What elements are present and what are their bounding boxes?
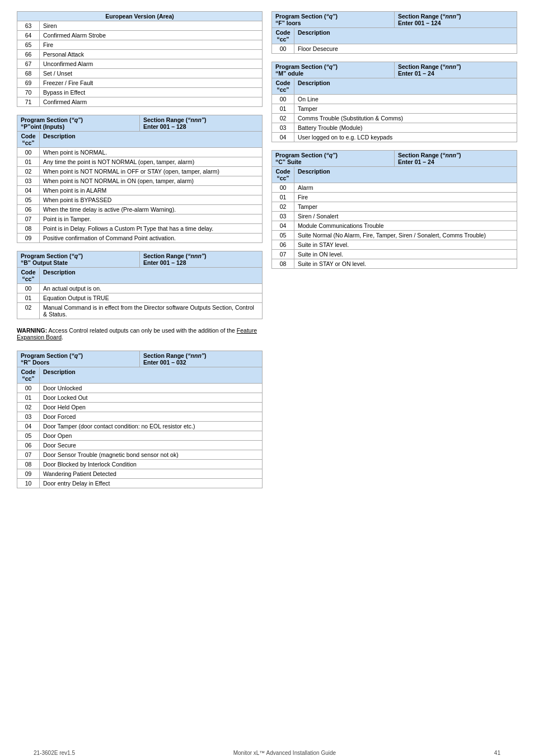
f-floors-table: Program Section (“q”) “F” loors Section … bbox=[271, 11, 517, 54]
table-row: 04Module Communications Trouble bbox=[272, 221, 517, 231]
table-row: 68 Set / Unset bbox=[17, 69, 263, 78]
m-program-section-label: Program Section (“q”) bbox=[275, 63, 338, 70]
table-row: 67 Unconfirmed Alarm bbox=[17, 59, 263, 69]
table-row: 09Positive confirmation of Command Point… bbox=[17, 234, 263, 243]
table-row: 09Wandering Patient Detected bbox=[17, 469, 263, 479]
p-enter-label: Enter 001 – 128 bbox=[143, 123, 186, 130]
table-row: 00Alarm bbox=[272, 183, 517, 193]
r-program-section-label: Program Section (“q”) bbox=[21, 352, 83, 359]
warning-text: Access Control related outputs can only … bbox=[49, 327, 237, 334]
table-row: 00Floor Desecure bbox=[272, 44, 517, 54]
c-section-range-label: Section Range (“nnn”) bbox=[398, 152, 461, 158]
european-title: European Version bbox=[105, 13, 155, 20]
table-row: 70 Bypass in Effect bbox=[17, 88, 263, 97]
m-enter-label: Enter 01 – 24 bbox=[398, 70, 434, 77]
p-inputs-table: Program Section (“q”) “P”oint (Inputs) S… bbox=[17, 115, 263, 243]
page-footer: 21-3602E rev1.5 Monitor xL™ Advanced Ins… bbox=[34, 750, 500, 756]
table-row: 04When point is in ALARM bbox=[17, 186, 263, 195]
table-row: 03When point is NOT NORMAL in ON (open, … bbox=[17, 176, 263, 186]
p-program-section-label: Program Section (“q”) bbox=[21, 116, 83, 123]
table-row: 01Any time the point is NOT NORMAL (open… bbox=[17, 157, 263, 167]
table-row: 00When point is NORMAL. bbox=[17, 148, 263, 157]
table-row: 01Door Locked Out bbox=[17, 393, 263, 403]
table-row: 06When the time delay is active (Pre-ala… bbox=[17, 205, 263, 214]
b-enter-label: Enter 001 – 128 bbox=[143, 259, 186, 266]
table-row: 64 Confirmed Alarm Strobe bbox=[17, 31, 263, 40]
c-label: “C” Suite bbox=[275, 158, 302, 165]
table-row: 03Battery Trouble (Module) bbox=[272, 123, 517, 133]
p-section-range-label: Section Range (“nnn”) bbox=[143, 116, 207, 123]
table-row: 06Suite in STAY level. bbox=[272, 240, 517, 250]
table-row: 01Fire bbox=[272, 193, 517, 202]
table-row: 08Point is in Delay. Follows a Custom Pt… bbox=[17, 224, 263, 234]
table-row: 63 Siren bbox=[17, 21, 263, 31]
table-row: 71 Confirmed Alarm bbox=[17, 97, 263, 107]
table-row: 04Door Tamper (door contact condition: n… bbox=[17, 422, 263, 431]
f-enter-label: Enter 001 – 124 bbox=[398, 20, 441, 26]
c-enter-label: Enter 01 – 24 bbox=[398, 158, 434, 165]
warning-label: WARNING: bbox=[17, 327, 47, 334]
table-row: 08Door Blocked by Interlock Condition bbox=[17, 460, 263, 469]
table-row: 01Equation Output is TRUE bbox=[17, 293, 263, 303]
table-row: 05Suite Normal (No Alarm, Fire, Tamper, … bbox=[272, 231, 517, 240]
b-label: “B” Output State bbox=[21, 259, 68, 266]
c-program-section-label: Program Section (“q”) bbox=[275, 152, 338, 158]
footer-right: 41 bbox=[494, 750, 500, 756]
table-row: 00Door Unlocked bbox=[17, 384, 263, 393]
warning-block: WARNING: Access Control related outputs … bbox=[17, 327, 263, 340]
footer-center: Monitor xL™ Advanced Installation Guide bbox=[233, 750, 336, 756]
m-module-table: Program Section (“q”) “M” odule Section … bbox=[271, 62, 517, 142]
footer-left: 21-3602E rev1.5 bbox=[34, 750, 75, 756]
m-section-range-label: Section Range (“nnn”) bbox=[398, 63, 461, 70]
table-row: 05When point is BYPASSED bbox=[17, 195, 263, 205]
table-row: 06Door Secure bbox=[17, 441, 263, 450]
table-row: 02Tamper bbox=[272, 202, 517, 212]
table-row: 02When point is NOT NORMAL in OFF or STA… bbox=[17, 167, 263, 176]
table-row: 00An actual output is on. bbox=[17, 284, 263, 293]
c-suite-table: Program Section (“q”) “C” Suite Section … bbox=[271, 150, 517, 269]
b-program-section-label: Program Section (“q”) bbox=[21, 253, 83, 259]
table-row: 69 Freezer / Fire Fault bbox=[17, 78, 263, 88]
table-row: 10Door entry Delay in Effect bbox=[17, 479, 263, 488]
r-label: “R” Doors bbox=[21, 359, 49, 366]
b-section-range-label: Section Range (“nnn”) bbox=[143, 253, 207, 259]
table-row: 03Siren / Sonalert bbox=[272, 212, 517, 221]
table-row: 02Manual Command is in effect from the D… bbox=[17, 303, 263, 319]
table-row: 07Suite in ON level. bbox=[272, 250, 517, 259]
r-doors-table: Program Section (“q”) “R” Doors Section … bbox=[17, 351, 263, 488]
table-row: 03Door Forced bbox=[17, 412, 263, 422]
table-row: 04User logged on to e.g. LCD keypads bbox=[272, 133, 517, 142]
f-section-range-label: Section Range (“nnn”) bbox=[398, 13, 461, 20]
table-row: 07Door Sensor Trouble (magnetic bond sen… bbox=[17, 450, 263, 460]
p-label: “P”oint (Inputs) bbox=[21, 123, 64, 130]
r-enter-label: Enter 001 – 032 bbox=[143, 359, 186, 366]
warning-end: . bbox=[62, 334, 63, 340]
f-label: “F” loors bbox=[275, 20, 301, 26]
european-title-suffix: (Area) bbox=[156, 13, 174, 20]
table-row: 07Point is in Tamper. bbox=[17, 214, 263, 224]
f-program-section-label: Program Section (“q”) bbox=[275, 13, 338, 20]
table-row: 02Door Held Open bbox=[17, 403, 263, 412]
table-row: 05Door Open bbox=[17, 431, 263, 441]
r-section-range-label: Section Range (“nnn”) bbox=[143, 352, 207, 359]
table-row: 00On Line bbox=[272, 95, 517, 104]
european-table: European Version (Area) 63 Siren 64 Conf… bbox=[17, 11, 263, 107]
b-output-table: Program Section (“q”) “B” Output State S… bbox=[17, 251, 263, 319]
table-row: 66 Personal Attack bbox=[17, 50, 263, 59]
table-row: 65 Fire bbox=[17, 40, 263, 50]
m-label: “M” odule bbox=[275, 70, 303, 77]
table-row: 08Suite in STAY or ON level. bbox=[272, 259, 517, 269]
table-row: 01Tamper bbox=[272, 104, 517, 114]
table-row: 02Comms Trouble (Substitution & Comms) bbox=[272, 114, 517, 123]
